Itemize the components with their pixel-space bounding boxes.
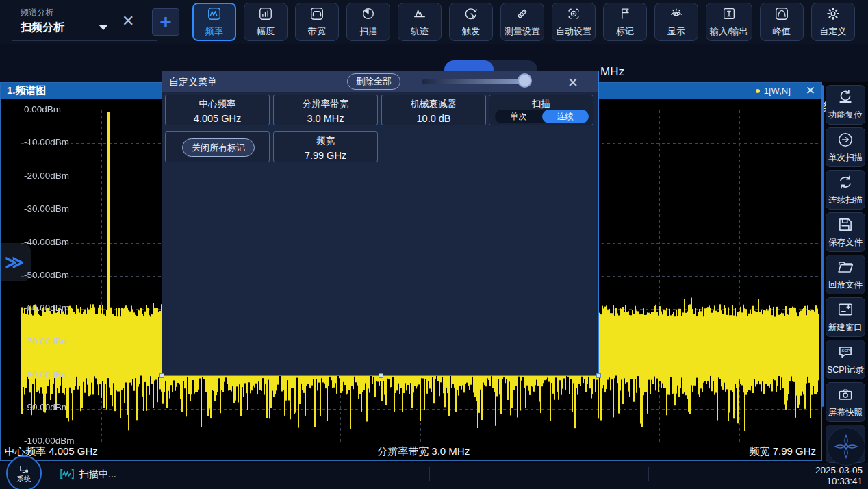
app-tab-underline [12,40,157,41]
app-category-label: 频谱分析 [21,7,53,18]
trace-badge: 1[W,N] [764,86,791,96]
dialog-cell-span[interactable]: 频宽 7.99 GHz [273,131,378,162]
y-axis-tick: -90.00dBm [24,402,69,412]
tab-marker[interactable]: 标记 [603,3,647,41]
datetime: 2025-03-05 10:33:41 [753,465,863,487]
tab-label: 频率 [205,25,223,38]
tab-bandwidth[interactable]: 带宽 [295,3,339,41]
dialog-opacity-slider-track[interactable] [422,79,530,84]
side-panel-expand-handle[interactable]: ≫ [1,243,31,281]
sidebar-label: 单次扫描 [828,152,863,164]
plus-icon: + [159,12,172,32]
custom-icon [826,6,841,23]
delete-all-button[interactable]: 删除全部 [347,73,400,90]
tab-custom[interactable]: 自定义 [811,3,855,41]
tab-trace[interactable]: 轨迹 [398,3,442,41]
sidebar-item-new-window[interactable]: 新建窗口 [826,297,865,337]
info-rbw: 分辨率带宽 3.0 MHz [98,445,750,458]
topbar-divider [186,5,186,38]
tab-label: 触发 [462,25,480,38]
window-title: 1.频谱图 [7,84,47,97]
dialog-cell-rbw[interactable]: 分辨率带宽 3.0 MHz [273,95,378,125]
measure-setup-icon [515,6,530,23]
resize-handle-bm[interactable] [379,373,383,378]
y-axis-tick: 0.00dBm [24,104,61,114]
cell-value: 4.005 GHz [166,113,269,124]
sidebar-scroll-indicator[interactable] [821,85,824,407]
date-text: 2025-03-05 [753,465,863,476]
y-axis-tick: -20.00dBm [24,171,69,181]
single-sweep-icon [837,131,854,151]
tab-peak[interactable]: 峰值 [760,3,804,41]
system-button[interactable]: 系统 [6,455,42,489]
trace-icon [412,6,427,23]
function-reset-icon [837,88,854,108]
compass-icon [831,431,861,462]
dialog-close-icon[interactable]: ✕ [567,75,578,90]
sidebar-item-screenshot[interactable]: 屏幕快照 [826,382,865,422]
mode-close-icon[interactable]: ✕ [122,14,134,29]
y-axis-tick: -30.00dBm [24,203,69,214]
display-icon [669,6,684,23]
toggle-single[interactable]: 单次 [495,110,542,123]
tab-label: 峰值 [773,25,791,38]
dialog-cell-sweep: 扫描 单次 连续 [489,95,593,125]
sidebar-item-single-sweep[interactable]: 单次扫描 [826,127,865,167]
sweep-mode-toggle[interactable]: 单次 连续 [495,110,589,123]
toggle-continuous[interactable]: 连续 [542,110,589,123]
dialog-cell-mech-attenuator[interactable]: 机械衰减器 10.0 dB [381,95,486,125]
tab-label: 标记 [616,25,634,38]
double-chevron-icon: ≫ [5,251,24,273]
close-all-markers-button[interactable]: 关闭所有标记 [182,138,255,157]
sidebar-item-replay-file[interactable]: 回放文件 [826,255,865,294]
status-divider [648,467,649,481]
tab-input-output[interactable]: 输入/输出 [706,3,752,41]
tab-auto-setup[interactable]: 自动设置 [552,3,596,41]
tab-label: 带宽 [308,25,326,38]
sweeping-icon [59,468,75,483]
new-window-icon [837,301,854,321]
info-span: 频宽 7.99 GHz [749,445,816,458]
resize-handle-br[interactable] [596,373,601,378]
cell-label: 中心频率 [166,98,269,110]
tab-frequency[interactable]: 频率 [192,3,236,41]
cell-label: 分辨率带宽 [274,98,377,110]
replay-file-icon [837,258,854,278]
y-axis-tick: -100.00dBm [24,436,75,446]
window-close-icon[interactable]: ✕ [806,84,815,98]
tab-amplitude[interactable]: 幅度 [244,3,288,41]
tab-label: 自定义 [819,25,846,38]
tab-label: 自动设置 [556,25,591,38]
navigation-compass-button[interactable] [827,427,865,466]
frequency-icon [207,6,222,23]
mode-dropdown-caret-icon[interactable] [99,25,108,30]
dialog-opacity-slider-thumb[interactable] [518,73,532,88]
y-axis-tick: -80.00dBm [24,369,69,379]
add-window-button[interactable]: + [152,8,179,36]
cell-label: 机械衰减器 [382,98,485,110]
sweep-status-text: 扫描中... [79,468,116,481]
trace-status-dot [756,89,760,93]
resize-handle-bl[interactable] [159,373,164,378]
sidebar-item-save-file[interactable]: 保存文件 [826,212,865,252]
tab-label: 显示 [667,25,685,38]
input-output-icon [722,6,737,23]
tab-measure-setup[interactable]: 测量设置 [500,3,544,41]
dialog-header[interactable]: 自定义菜单 删除全部 ✕ [162,71,598,92]
status-bar [0,463,868,489]
dialog-cell-center-frequency[interactable]: 中心频率 4.005 GHz [165,95,270,125]
tab-trigger[interactable]: 触发 [449,3,493,41]
screenshot-icon [837,386,854,405]
tab-label: 幅度 [257,25,275,38]
chart-info-bar: 中心频率 4.005 GHz 分辨率带宽 3.0 MHz 频宽 7.99 GHz [1,443,821,460]
sidebar-label: 保存文件 [828,237,863,249]
sidebar-item-continuous-sweep[interactable]: 连续扫描 [826,170,865,210]
bandwidth-icon [309,6,324,23]
cell-value: 3.0 MHz [274,113,377,124]
top-bar: 频谱分析 扫频分析 ✕ + 频率 幅度 带宽 扫描 轨迹 触发 [0,0,868,44]
tab-display[interactable]: 显示 [654,3,698,41]
tab-sweep[interactable]: 扫描 [346,3,390,41]
frequency-step-value: MHz [600,65,624,79]
sidebar-item-scpi-log[interactable]: SCPI SCPI记录 [826,340,865,379]
sidebar-item-function-reset[interactable]: 功能复位 [826,85,865,125]
